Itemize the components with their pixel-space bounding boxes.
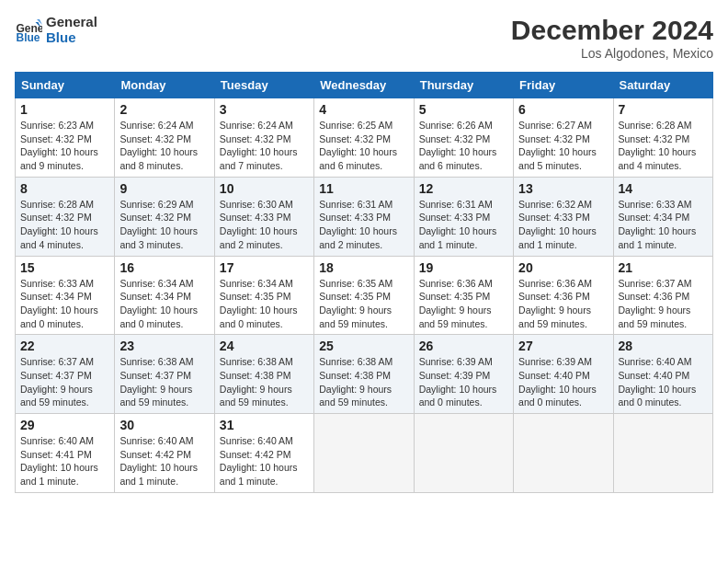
day-number: 13 xyxy=(518,181,608,196)
day-number: 10 xyxy=(220,181,309,196)
calendar-day: 11 Sunrise: 6:31 AM Sunset: 4:33 PM Dayl… xyxy=(314,177,414,256)
calendar-day xyxy=(414,414,513,493)
day-number: 14 xyxy=(619,181,708,196)
day-number: 5 xyxy=(419,102,508,117)
page-header: General Blue General Blue December 2024 … xyxy=(15,15,713,61)
day-number: 4 xyxy=(319,102,408,117)
calendar-week-row: 15 Sunrise: 6:33 AM Sunset: 4:34 PM Dayl… xyxy=(16,256,713,335)
calendar-day xyxy=(613,414,712,493)
day-number: 31 xyxy=(220,418,309,432)
day-number: 11 xyxy=(319,181,408,196)
day-number: 23 xyxy=(119,339,209,353)
day-number: 9 xyxy=(119,181,209,196)
calendar-day: 31 Sunrise: 6:40 AM Sunset: 4:42 PM Dayl… xyxy=(214,414,313,493)
day-info: Sunrise: 6:23 AM Sunset: 4:32 PM Dayligh… xyxy=(20,119,109,173)
col-tuesday: Tuesday xyxy=(214,73,313,98)
day-number: 28 xyxy=(619,339,708,353)
svg-text:Blue: Blue xyxy=(17,31,40,44)
day-number: 20 xyxy=(518,260,608,275)
day-info: Sunrise: 6:27 AM Sunset: 4:32 PM Dayligh… xyxy=(518,119,608,173)
calendar-week-row: 29 Sunrise: 6:40 AM Sunset: 4:41 PM Dayl… xyxy=(16,414,713,493)
calendar-day: 12 Sunrise: 6:31 AM Sunset: 4:33 PM Dayl… xyxy=(414,177,513,256)
calendar-day: 5 Sunrise: 6:26 AM Sunset: 4:32 PM Dayli… xyxy=(414,98,513,178)
day-info: Sunrise: 6:25 AM Sunset: 4:32 PM Dayligh… xyxy=(319,119,408,173)
day-info: Sunrise: 6:38 AM Sunset: 4:38 PM Dayligh… xyxy=(319,355,408,409)
calendar-day: 28 Sunrise: 6:40 AM Sunset: 4:40 PM Dayl… xyxy=(613,335,712,414)
calendar-day xyxy=(314,414,414,493)
day-info: Sunrise: 6:31 AM Sunset: 4:33 PM Dayligh… xyxy=(319,198,408,252)
day-info: Sunrise: 6:28 AM Sunset: 4:32 PM Dayligh… xyxy=(20,198,109,252)
day-number: 16 xyxy=(119,260,209,275)
day-number: 29 xyxy=(20,418,109,432)
calendar-day: 14 Sunrise: 6:33 AM Sunset: 4:34 PM Dayl… xyxy=(613,177,712,256)
calendar-day: 16 Sunrise: 6:34 AM Sunset: 4:34 PM Dayl… xyxy=(115,256,214,335)
day-info: Sunrise: 6:35 AM Sunset: 4:35 PM Dayligh… xyxy=(319,277,408,331)
calendar-day: 23 Sunrise: 6:38 AM Sunset: 4:37 PM Dayl… xyxy=(115,335,214,414)
col-thursday: Thursday xyxy=(414,73,513,98)
calendar-day: 13 Sunrise: 6:32 AM Sunset: 4:33 PM Dayl… xyxy=(514,177,613,256)
day-number: 21 xyxy=(619,260,708,275)
day-info: Sunrise: 6:37 AM Sunset: 4:36 PM Dayligh… xyxy=(619,277,708,331)
day-info: Sunrise: 6:34 AM Sunset: 4:35 PM Dayligh… xyxy=(220,277,309,331)
calendar-day: 3 Sunrise: 6:24 AM Sunset: 4:32 PM Dayli… xyxy=(214,98,313,178)
day-info: Sunrise: 6:39 AM Sunset: 4:39 PM Dayligh… xyxy=(419,355,508,409)
day-number: 12 xyxy=(419,181,508,196)
day-info: Sunrise: 6:39 AM Sunset: 4:40 PM Dayligh… xyxy=(518,355,608,409)
day-number: 18 xyxy=(319,260,408,275)
calendar-day: 15 Sunrise: 6:33 AM Sunset: 4:34 PM Dayl… xyxy=(16,256,115,335)
day-info: Sunrise: 6:40 AM Sunset: 4:41 PM Dayligh… xyxy=(20,434,109,488)
calendar-day: 24 Sunrise: 6:38 AM Sunset: 4:38 PM Dayl… xyxy=(214,335,313,414)
title-block: December 2024 Los Algodones, Mexico xyxy=(511,15,713,61)
day-info: Sunrise: 6:40 AM Sunset: 4:42 PM Dayligh… xyxy=(220,434,309,488)
calendar-week-row: 8 Sunrise: 6:28 AM Sunset: 4:32 PM Dayli… xyxy=(16,177,713,256)
day-info: Sunrise: 6:29 AM Sunset: 4:32 PM Dayligh… xyxy=(119,198,209,252)
calendar-day: 1 Sunrise: 6:23 AM Sunset: 4:32 PM Dayli… xyxy=(16,98,115,178)
col-wednesday: Wednesday xyxy=(314,73,414,98)
col-friday: Friday xyxy=(514,73,613,98)
calendar-day: 27 Sunrise: 6:39 AM Sunset: 4:40 PM Dayl… xyxy=(514,335,613,414)
logo-line1: General xyxy=(46,15,97,30)
day-info: Sunrise: 6:31 AM Sunset: 4:33 PM Dayligh… xyxy=(419,198,508,252)
location: Los Algodones, Mexico xyxy=(511,46,713,61)
day-number: 25 xyxy=(319,339,408,353)
calendar-day: 20 Sunrise: 6:36 AM Sunset: 4:36 PM Dayl… xyxy=(514,256,613,335)
day-number: 30 xyxy=(119,418,209,432)
calendar-day: 8 Sunrise: 6:28 AM Sunset: 4:32 PM Dayli… xyxy=(16,177,115,256)
day-info: Sunrise: 6:26 AM Sunset: 4:32 PM Dayligh… xyxy=(419,119,508,173)
calendar-day: 29 Sunrise: 6:40 AM Sunset: 4:41 PM Dayl… xyxy=(16,414,115,493)
day-number: 24 xyxy=(220,339,309,353)
day-number: 26 xyxy=(419,339,508,353)
calendar-day: 4 Sunrise: 6:25 AM Sunset: 4:32 PM Dayli… xyxy=(314,98,414,178)
calendar-week-row: 1 Sunrise: 6:23 AM Sunset: 4:32 PM Dayli… xyxy=(16,98,713,178)
calendar-day: 30 Sunrise: 6:40 AM Sunset: 4:42 PM Dayl… xyxy=(115,414,214,493)
calendar-header-row: Sunday Monday Tuesday Wednesday Thursday… xyxy=(16,73,713,98)
day-number: 22 xyxy=(20,339,109,353)
calendar-week-row: 22 Sunrise: 6:37 AM Sunset: 4:37 PM Dayl… xyxy=(16,335,713,414)
day-info: Sunrise: 6:38 AM Sunset: 4:37 PM Dayligh… xyxy=(119,355,209,409)
day-number: 15 xyxy=(20,260,109,275)
col-saturday: Saturday xyxy=(613,73,712,98)
day-info: Sunrise: 6:24 AM Sunset: 4:32 PM Dayligh… xyxy=(119,119,209,173)
calendar-day: 22 Sunrise: 6:37 AM Sunset: 4:37 PM Dayl… xyxy=(16,335,115,414)
day-info: Sunrise: 6:32 AM Sunset: 4:33 PM Dayligh… xyxy=(518,198,608,252)
day-number: 8 xyxy=(20,181,109,196)
col-monday: Monday xyxy=(115,73,214,98)
month-title: December 2024 xyxy=(511,15,713,46)
day-info: Sunrise: 6:40 AM Sunset: 4:40 PM Dayligh… xyxy=(619,355,708,409)
day-number: 3 xyxy=(220,102,309,117)
day-info: Sunrise: 6:33 AM Sunset: 4:34 PM Dayligh… xyxy=(20,277,109,331)
calendar-day: 25 Sunrise: 6:38 AM Sunset: 4:38 PM Dayl… xyxy=(314,335,414,414)
day-number: 2 xyxy=(119,102,209,117)
day-info: Sunrise: 6:30 AM Sunset: 4:33 PM Dayligh… xyxy=(220,198,309,252)
day-info: Sunrise: 6:38 AM Sunset: 4:38 PM Dayligh… xyxy=(220,355,309,409)
day-info: Sunrise: 6:34 AM Sunset: 4:34 PM Dayligh… xyxy=(119,277,209,331)
day-info: Sunrise: 6:36 AM Sunset: 4:36 PM Dayligh… xyxy=(518,277,608,331)
calendar-day: 7 Sunrise: 6:28 AM Sunset: 4:32 PM Dayli… xyxy=(613,98,712,178)
calendar-day: 19 Sunrise: 6:36 AM Sunset: 4:35 PM Dayl… xyxy=(414,256,513,335)
day-info: Sunrise: 6:36 AM Sunset: 4:35 PM Dayligh… xyxy=(419,277,508,331)
day-number: 17 xyxy=(220,260,309,275)
calendar-day: 17 Sunrise: 6:34 AM Sunset: 4:35 PM Dayl… xyxy=(214,256,313,335)
calendar-day: 26 Sunrise: 6:39 AM Sunset: 4:39 PM Dayl… xyxy=(414,335,513,414)
calendar-day: 18 Sunrise: 6:35 AM Sunset: 4:35 PM Dayl… xyxy=(314,256,414,335)
day-number: 27 xyxy=(518,339,608,353)
